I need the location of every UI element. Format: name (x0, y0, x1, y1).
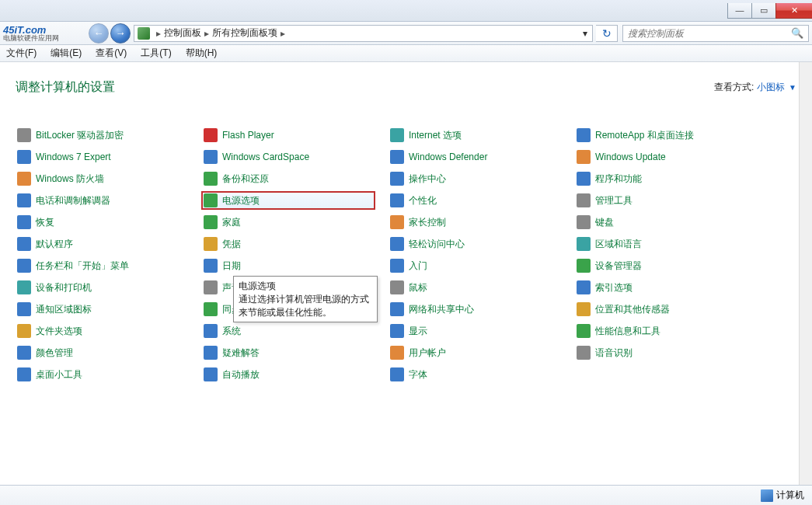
breadcrumb-sep-icon: ▸ (281, 28, 285, 39)
control-panel-item[interactable]: BitLocker 驱动器加密 (16, 127, 202, 144)
control-panel-item[interactable]: 个性化 (389, 192, 575, 209)
item-icon (17, 324, 31, 338)
search-input[interactable] (628, 28, 791, 39)
maximize-button[interactable]: ▭ (751, 3, 776, 19)
control-panel-item[interactable]: 任务栏和「开始」菜单 (16, 257, 202, 274)
control-panel-item[interactable]: 索引选项 (575, 279, 761, 296)
item-label: 文件夹选项 (36, 325, 82, 338)
control-panel-item[interactable]: 电话和调制解调器 (16, 192, 202, 209)
control-panel-item[interactable]: 凭据 (202, 235, 389, 252)
menu-edit[interactable]: 编辑(E) (51, 47, 82, 60)
control-panel-item[interactable]: 区域和语言 (575, 235, 761, 252)
control-panel-item[interactable]: 设备和打印机 (16, 279, 202, 296)
control-panel-item[interactable]: 默认程序 (16, 235, 202, 252)
window-titlebar: — ▭ ✕ (0, 0, 812, 22)
control-panel-item[interactable]: 通知区域图标 (16, 301, 202, 318)
item-label: 位置和其他传感器 (595, 303, 670, 316)
chevron-down-icon[interactable]: ▼ (789, 83, 796, 92)
control-panel-item[interactable]: 日期 (202, 257, 389, 274)
control-panel-item[interactable]: 性能信息和工具 (575, 322, 761, 340)
back-button[interactable]: ← (89, 23, 109, 44)
refresh-button[interactable]: ↻ (596, 25, 618, 42)
control-panel-item[interactable]: 语音识别 (575, 344, 761, 361)
minimize-button[interactable]: — (727, 3, 752, 19)
item-icon (204, 346, 218, 360)
control-panel-grid: BitLocker 驱动器加密Flash PlayerInternet 选项Re… (16, 127, 796, 383)
control-panel-item[interactable]: 疑难解答 (202, 344, 389, 361)
control-panel-item[interactable]: 鼠标 (389, 279, 575, 296)
control-panel-item[interactable]: 设备管理器 (575, 257, 761, 274)
item-icon (390, 150, 404, 164)
control-panel-item[interactable]: 键盘 (575, 214, 761, 231)
control-panel-item[interactable]: Windows CardSpace (202, 148, 389, 165)
navigation-bar: 45iT.com 电脑软硬件应用网 ← → ▸ 控制面板 ▸ 所有控制面板项 ▸… (0, 22, 812, 45)
control-panel-item[interactable]: 系统 (202, 322, 389, 340)
menu-view[interactable]: 查看(V) (96, 47, 127, 60)
item-label: 索引选项 (595, 281, 633, 294)
computer-icon (761, 489, 773, 502)
item-label: 网络和共享中心 (409, 303, 474, 316)
control-panel-item[interactable]: 电源选项 (202, 192, 375, 209)
item-label: BitLocker 驱动器加密 (36, 129, 124, 142)
breadcrumb-dropdown-icon[interactable]: ▾ (578, 28, 592, 39)
control-panel-item[interactable]: 文件夹选项 (16, 322, 202, 340)
control-panel-item[interactable]: 备份和还原 (202, 170, 389, 187)
address-breadcrumb[interactable]: ▸ 控制面板 ▸ 所有控制面板项 ▸ ▾ (134, 25, 593, 42)
item-label: 字体 (409, 368, 427, 381)
breadcrumb-part1[interactable]: 控制面板 (164, 26, 201, 40)
control-panel-item[interactable]: 位置和其他传感器 (575, 301, 761, 318)
control-panel-item[interactable]: 桌面小工具 (16, 366, 202, 383)
item-icon (577, 280, 591, 294)
item-icon (17, 237, 31, 251)
item-icon (577, 172, 591, 186)
control-panel-item[interactable]: 家庭 (202, 214, 389, 231)
item-label: 区域和语言 (595, 238, 642, 251)
control-panel-item[interactable]: 网络和共享中心 (389, 301, 575, 318)
menu-help[interactable]: 帮助(H) (186, 47, 218, 60)
item-icon (17, 259, 31, 273)
control-panel-item[interactable]: 用户帐户 (389, 344, 575, 361)
control-panel-item[interactable]: 家长控制 (389, 214, 575, 231)
view-mode-value[interactable]: 小图标 (757, 82, 785, 92)
close-button[interactable]: ✕ (775, 3, 812, 19)
control-panel-item[interactable]: 操作中心 (389, 170, 575, 187)
control-panel-item[interactable]: 颜色管理 (16, 344, 202, 361)
control-panel-item[interactable]: 入门 (389, 257, 575, 274)
control-panel-item[interactable]: 字体 (389, 366, 575, 383)
control-panel-item[interactable]: Flash Player (202, 127, 389, 144)
item-icon (390, 280, 404, 294)
control-panel-item[interactable]: Windows Update (575, 148, 761, 165)
item-label: 疑难解答 (222, 347, 260, 360)
breadcrumb-part2[interactable]: 所有控制面板项 (212, 26, 277, 40)
item-label: 设备管理器 (595, 259, 642, 273)
control-panel-item[interactable]: Windows Defender (389, 148, 575, 165)
control-panel-item[interactable]: 恢复 (16, 214, 202, 231)
item-label: Internet 选项 (409, 129, 462, 142)
menu-file[interactable]: 文件(F) (6, 47, 37, 60)
item-icon (204, 367, 218, 381)
item-label: 轻松访问中心 (409, 238, 465, 251)
item-icon (17, 172, 31, 186)
forward-button[interactable]: → (110, 23, 131, 44)
search-box[interactable]: 🔍 (622, 25, 809, 42)
control-panel-item[interactable]: 程序和功能 (575, 170, 761, 187)
control-panel-item[interactable]: 轻松访问中心 (389, 235, 575, 252)
item-label: 鼠标 (409, 281, 427, 294)
item-label: 凭据 (222, 238, 241, 251)
content-area: 调整计算机的设置 查看方式: 小图标 ▼ BitLocker 驱动器加密Flas… (0, 62, 812, 483)
item-label: Flash Player (222, 130, 274, 141)
item-icon (204, 302, 218, 316)
control-panel-item[interactable]: Internet 选项 (389, 127, 575, 144)
control-panel-item[interactable]: Windows 7 Expert (16, 148, 202, 165)
control-panel-item[interactable]: 自动播放 (202, 366, 389, 383)
item-label: 性能信息和工具 (595, 325, 660, 338)
menu-tools[interactable]: 工具(T) (141, 47, 171, 60)
item-label: 系统 (222, 325, 241, 338)
control-panel-item[interactable]: 管理工具 (575, 192, 761, 209)
control-panel-item[interactable]: RemoteApp 和桌面连接 (575, 127, 761, 144)
control-panel-item[interactable]: 显示 (389, 322, 575, 340)
item-label: 设备和打印机 (36, 281, 92, 294)
item-label: 语音识别 (595, 347, 633, 360)
control-panel-item[interactable]: Windows 防火墙 (16, 170, 202, 187)
scrollbar[interactable] (799, 62, 812, 485)
